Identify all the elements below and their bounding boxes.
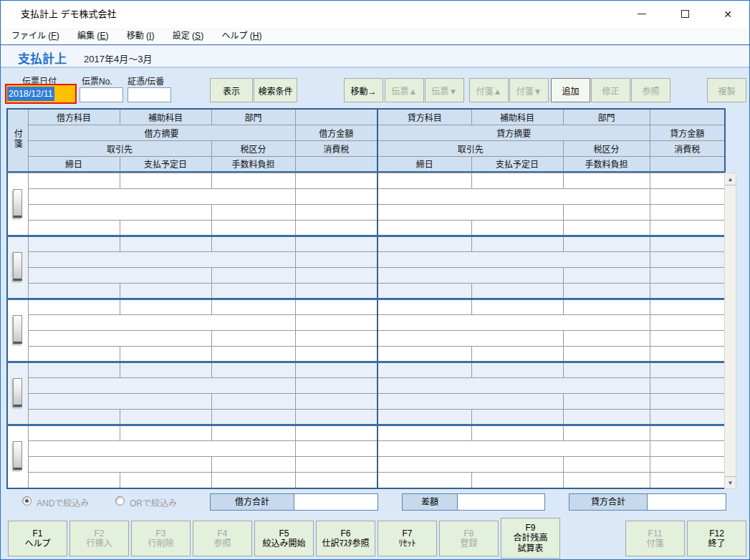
debit-tax-cell[interactable] — [295, 331, 378, 347]
credit-feeburden-cell[interactable] — [563, 473, 650, 488]
credit-paydate-cell[interactable] — [471, 473, 563, 488]
debit-paydate-cell[interactable] — [120, 221, 211, 236]
debit-taxclass-cell[interactable] — [211, 331, 295, 347]
debit-feeburden-cell[interactable] — [211, 410, 295, 425]
credit-taxclass-cell[interactable] — [563, 394, 650, 410]
credit-closingday-cell[interactable] — [378, 410, 471, 425]
credit-amount-cell[interactable] — [650, 441, 724, 457]
debit-department-cell[interactable] — [211, 425, 295, 441]
credit-feeburden-cell[interactable] — [563, 410, 650, 425]
f12-exit-button[interactable]: F12終了 — [687, 521, 746, 556]
tag-down-button[interactable]: 付箋▼ — [509, 78, 549, 102]
credit-vendor-cell[interactable] — [378, 394, 563, 410]
credit-subaccount-cell[interactable] — [471, 173, 563, 189]
debit-account-cell[interactable] — [28, 173, 120, 189]
credit-vendor-cell[interactable] — [378, 205, 563, 221]
sticky-tag-icon[interactable] — [13, 378, 22, 407]
debit-feeburden-cell[interactable] — [211, 221, 295, 236]
debit-memo-cell[interactable] — [28, 189, 295, 205]
menu-move[interactable]: 移動 (I) — [119, 28, 163, 44]
f11-tag-button[interactable]: F11付箋 — [625, 521, 685, 556]
debit-account-cell[interactable] — [28, 362, 120, 378]
debit-vendor-cell[interactable] — [28, 394, 211, 410]
credit-amount-cell[interactable] — [650, 189, 724, 205]
credit-vendor-cell[interactable] — [378, 268, 563, 284]
credit-taxclass-cell[interactable] — [563, 457, 650, 473]
debit-closingday-cell[interactable] — [28, 221, 120, 236]
credit-tax-cell[interactable] — [650, 457, 724, 473]
credit-amount-cell[interactable] — [650, 315, 724, 331]
debit-closingday-cell[interactable] — [28, 347, 120, 362]
debit-taxclass-cell[interactable] — [211, 205, 295, 221]
credit-paydate-cell[interactable] — [471, 410, 563, 425]
credit-tax-cell[interactable] — [650, 331, 724, 347]
debit-subaccount-cell[interactable] — [120, 425, 211, 441]
credit-tax-cell[interactable] — [650, 394, 724, 410]
credit-amount-cell[interactable] — [650, 378, 724, 394]
f1-help-button[interactable]: F1ヘルプ — [8, 521, 67, 556]
debit-taxclass-cell[interactable] — [211, 457, 295, 473]
debit-department-cell[interactable] — [211, 362, 295, 378]
scroll-down-icon[interactable]: ▼ — [725, 476, 736, 488]
f5-filter-start-button[interactable]: F5絞込み開始 — [254, 521, 314, 556]
credit-memo-cell[interactable] — [378, 441, 650, 457]
or-filter-radio[interactable] — [115, 496, 125, 506]
credit-account-cell[interactable] — [378, 425, 471, 441]
maximize-button[interactable] — [663, 1, 706, 28]
debit-tax-cell[interactable] — [295, 268, 378, 284]
credit-vendor-cell[interactable] — [378, 457, 563, 473]
credit-feeburden-cell[interactable] — [563, 347, 650, 362]
menu-settings[interactable]: 設定 (S) — [165, 28, 211, 44]
debit-subaccount-cell[interactable] — [120, 173, 211, 189]
minimize-button[interactable] — [620, 1, 663, 28]
voucher-no-input[interactable] — [128, 87, 171, 102]
close-button[interactable]: ✕ — [706, 1, 749, 28]
credit-subaccount-cell[interactable] — [471, 299, 563, 315]
reference-button[interactable]: 参照 — [631, 78, 670, 102]
credit-memo-cell[interactable] — [378, 189, 650, 205]
debit-paydate-cell[interactable] — [120, 473, 211, 488]
credit-department-cell[interactable] — [563, 362, 650, 378]
debit-tax-cell[interactable] — [295, 457, 378, 473]
credit-memo-cell[interactable] — [378, 315, 650, 331]
modify-button[interactable]: 修正 — [591, 78, 630, 102]
debit-account-cell[interactable] — [28, 299, 120, 315]
debit-memo-cell[interactable] — [28, 315, 295, 331]
credit-account-cell[interactable] — [378, 362, 471, 378]
debit-amount-cell[interactable] — [295, 315, 378, 331]
f4-reference-button[interactable]: F4参照 — [193, 521, 252, 556]
credit-subaccount-cell[interactable] — [471, 362, 563, 378]
credit-department-cell[interactable] — [563, 299, 650, 315]
search-criteria-button[interactable]: 検索条件 — [254, 78, 297, 102]
debit-memo-cell[interactable] — [28, 378, 295, 394]
f2-insert-row-button[interactable]: F2行挿入 — [69, 521, 129, 556]
sticky-tag-icon[interactable] — [13, 252, 22, 281]
menu-edit[interactable]: 編集 (E) — [69, 28, 116, 44]
debit-feeburden-cell[interactable] — [211, 284, 295, 299]
show-button[interactable]: 表示 — [210, 78, 253, 102]
debit-taxclass-cell[interactable] — [211, 394, 295, 410]
credit-memo-cell[interactable] — [378, 378, 650, 394]
debit-feeburden-cell[interactable] — [211, 473, 295, 488]
menu-help[interactable]: ヘルプ (H) — [213, 28, 269, 44]
credit-memo-cell[interactable] — [378, 252, 650, 268]
f3-delete-row-button[interactable]: F3行削除 — [131, 521, 191, 556]
debit-vendor-cell[interactable] — [28, 457, 211, 473]
debit-paydate-cell[interactable] — [120, 347, 211, 362]
debit-feeburden-cell[interactable] — [211, 347, 295, 362]
debit-vendor-cell[interactable] — [28, 331, 211, 347]
row-tag-cell[interactable] — [7, 173, 28, 236]
credit-department-cell[interactable] — [563, 236, 650, 252]
credit-vendor-cell[interactable] — [378, 331, 563, 347]
credit-taxclass-cell[interactable] — [563, 331, 650, 347]
debit-closingday-cell[interactable] — [28, 284, 120, 299]
debit-closingday-cell[interactable] — [28, 410, 120, 425]
credit-taxclass-cell[interactable] — [563, 268, 650, 284]
move-button[interactable]: 移動→ — [344, 78, 383, 102]
credit-paydate-cell[interactable] — [471, 284, 563, 299]
credit-taxclass-cell[interactable] — [563, 205, 650, 221]
debit-amount-cell[interactable] — [295, 252, 378, 268]
f6-journal-master-button[interactable]: F6仕訳ﾏｽﾀ参照 — [316, 521, 375, 556]
add-button[interactable]: 追加 — [551, 78, 590, 102]
credit-account-cell[interactable] — [378, 236, 471, 252]
